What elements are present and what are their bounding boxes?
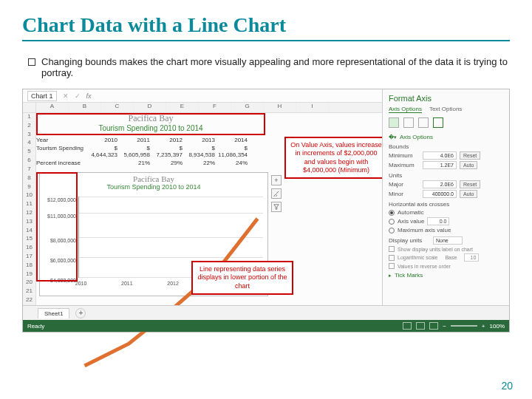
row-headers: 1 2 3 4 5 6 7 8 9 10 11 12 13 14 15 16 1… xyxy=(23,113,36,305)
tab-text-options[interactable]: Text Options xyxy=(429,106,462,113)
radio-max-axis[interactable] xyxy=(389,228,395,233)
pct-4: 24% xyxy=(218,160,250,166)
col-I[interactable]: I xyxy=(296,103,329,112)
bounds-label: Bounds xyxy=(389,143,503,150)
row-14[interactable]: 14 xyxy=(23,227,35,236)
row-2[interactable]: 2 xyxy=(23,122,35,131)
zoom-minus-icon[interactable]: − xyxy=(443,323,446,330)
slide-title: Chart Data with a Line Chart xyxy=(22,13,510,37)
zoom-value[interactable]: 100% xyxy=(490,323,505,330)
col-E[interactable]: E xyxy=(166,103,199,112)
pct-0 xyxy=(88,160,120,166)
row-11[interactable]: 11 xyxy=(23,200,35,209)
tick-marks-section[interactable]: ▸Tick Marks xyxy=(389,272,503,279)
axisval-input[interactable]: 0.0 xyxy=(427,217,449,225)
row-16[interactable]: 16 xyxy=(23,244,35,253)
axis-icon[interactable] xyxy=(433,117,443,128)
row-15[interactable]: 15 xyxy=(23,235,35,244)
chart-brush-icon[interactable] xyxy=(271,188,282,199)
major-reset-button[interactable]: Reset xyxy=(460,180,480,188)
chart-filter-icon[interactable] xyxy=(271,202,282,212)
title-divider xyxy=(22,40,510,41)
chk-log[interactable] xyxy=(389,255,395,261)
hcross-label: Horizontal axis crosses xyxy=(389,201,503,208)
row-9[interactable]: 9 xyxy=(23,183,35,192)
view-break-icon[interactable] xyxy=(429,322,438,330)
minor-input[interactable]: 400000.0 xyxy=(423,190,457,198)
row-7[interactable]: 7 xyxy=(23,166,35,174)
bullet-text: Changing bounds makes the chart more vis… xyxy=(41,56,510,78)
col-H[interactable]: H xyxy=(264,103,296,112)
name-box[interactable]: Chart 1 xyxy=(27,91,57,101)
row-1[interactable]: 1 xyxy=(23,113,35,122)
row-17[interactable]: 17 xyxy=(23,253,35,262)
add-sheet-button[interactable]: + xyxy=(75,308,86,318)
row-22[interactable]: 22 xyxy=(23,296,35,305)
tab-axis-options[interactable]: Axis Options xyxy=(389,106,422,113)
row-19[interactable]: 19 xyxy=(23,270,35,279)
cancel-icon[interactable]: ✕ xyxy=(63,92,69,100)
row-6[interactable]: 6 xyxy=(23,157,35,166)
row-18[interactable]: 18 xyxy=(23,262,35,270)
base-input[interactable]: 10 xyxy=(464,253,479,262)
col-C[interactable]: C xyxy=(101,103,134,112)
row-12[interactable]: 12 xyxy=(23,209,35,218)
row-3[interactable]: 3 xyxy=(23,131,35,140)
view-normal-icon[interactable] xyxy=(403,322,412,330)
col-F[interactable]: F xyxy=(199,103,231,112)
row-20[interactable]: 20 xyxy=(23,279,35,287)
spend-1: $ 5,605,958 xyxy=(120,145,153,158)
col-B[interactable]: B xyxy=(69,103,101,112)
row-8[interactable]: 8 xyxy=(23,174,35,183)
sheet-tab-1[interactable]: Sheet1 xyxy=(38,308,69,318)
col-D[interactable]: D xyxy=(134,103,166,112)
size-icon[interactable] xyxy=(418,117,429,128)
spend-2: $ 7,235,397 xyxy=(153,145,185,158)
col-A[interactable]: A xyxy=(36,103,69,112)
minor-auto-button[interactable]: Auto xyxy=(460,190,477,198)
fill-icon[interactable] xyxy=(389,117,399,128)
row-13[interactable]: 13 xyxy=(23,218,35,227)
row-21[interactable]: 21 xyxy=(23,287,35,296)
axis-options-section[interactable]: �▾Axis Options xyxy=(389,134,503,140)
chk-log-label: Logarithmic scale xyxy=(398,255,437,260)
row-4[interactable]: 4 xyxy=(23,139,35,148)
fx-icon[interactable]: fx xyxy=(86,92,92,100)
pct-2: 29% xyxy=(153,160,185,166)
row-5[interactable]: 5 xyxy=(23,148,35,157)
display-units-label: Display units xyxy=(389,237,430,244)
year-1: 2011 xyxy=(120,137,153,143)
year-label: Year xyxy=(36,137,88,143)
year-0: 2010 xyxy=(88,137,120,143)
base-label: Base xyxy=(445,255,457,260)
year-4: 2014 xyxy=(218,137,250,143)
max-label: Maximum xyxy=(389,162,420,168)
view-layout-icon[interactable] xyxy=(416,322,425,330)
bullet-checkbox-icon xyxy=(28,58,35,66)
chk-display-units[interactable] xyxy=(389,246,395,252)
zoom-plus-icon[interactable]: + xyxy=(482,323,485,330)
zoom-slider[interactable] xyxy=(451,325,477,327)
display-units-select[interactable]: None xyxy=(433,236,463,245)
row-10[interactable]: 10 xyxy=(23,191,35,200)
radio-automatic[interactable] xyxy=(389,210,395,216)
units-label: Units xyxy=(389,172,503,179)
spend-label: Tourism Spending xyxy=(36,145,88,158)
year-2: 2012 xyxy=(153,137,185,143)
effects-icon[interactable] xyxy=(403,117,414,128)
max-input[interactable]: 1.2E7 xyxy=(423,161,457,169)
min-input[interactable]: 4.0E6 xyxy=(423,151,457,160)
spend-4: $ 11,086,354 xyxy=(218,145,250,158)
max-auto-button[interactable]: Auto xyxy=(460,161,477,169)
accept-icon[interactable]: ✓ xyxy=(75,92,81,100)
major-input[interactable]: 2.0E6 xyxy=(423,180,457,188)
min-reset-button[interactable]: Reset xyxy=(460,151,480,160)
chk-reverse-label: Values in reverse order xyxy=(398,264,451,269)
chart-plus-icon[interactable]: + xyxy=(271,175,282,185)
status-bar: Ready − + 100% xyxy=(23,320,509,332)
chk-reverse[interactable] xyxy=(389,263,395,269)
bullet-item: Changing bounds makes the chart more vis… xyxy=(22,56,510,78)
pct-3: 22% xyxy=(185,160,218,166)
radio-axis-value[interactable] xyxy=(389,219,395,225)
col-G[interactable]: G xyxy=(231,103,264,112)
